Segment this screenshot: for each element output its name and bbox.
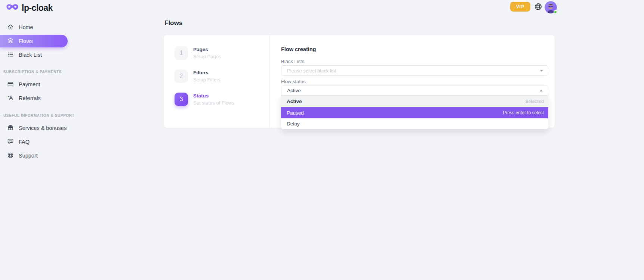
sidebar-item-black-list[interactable]: Black List [0, 49, 68, 61]
option-delay[interactable]: Delay [281, 118, 548, 129]
option-hint: Press enter to select [503, 110, 544, 115]
sidebar-item-label: FAQ [19, 139, 30, 145]
logo-text: lp-cloak [22, 3, 53, 13]
payments-nav: Payment Referrals [0, 78, 68, 106]
black-lists-label: Black Lists [281, 59, 304, 64]
step-number-badge: 1 [175, 46, 188, 60]
credit-card-icon [7, 81, 14, 88]
form-title: Flow creating [281, 46, 316, 52]
logo: lp-cloak [6, 3, 53, 13]
sidebar-item-payment[interactable]: Payment [0, 78, 68, 91]
vip-button[interactable]: VIP [510, 2, 530, 12]
flows-icon [7, 37, 14, 45]
step-title: Status [193, 93, 234, 99]
black-lists-select-input[interactable] [281, 65, 548, 76]
flow-status-select[interactable]: Active [281, 85, 548, 96]
option-active[interactable]: Active Selected [281, 96, 548, 107]
home-icon [7, 24, 14, 31]
lifebuoy-icon [7, 152, 14, 160]
option-label: Paused [287, 110, 304, 116]
option-hint: Selected [526, 99, 544, 104]
sidebar-item-label: Services & bonuses [19, 125, 67, 131]
svg-text:?!: ?! [9, 139, 12, 142]
sidebar-item-label: Referrals [19, 95, 41, 101]
avatar[interactable] [545, 1, 557, 13]
gift-icon [7, 124, 14, 132]
step-number-badge: 2 [175, 69, 188, 83]
section-header-subscription-payments: SUBSCRIPTION & PAYMENTS [0, 70, 68, 74]
step-status[interactable]: 3 Status Set status of Flows [175, 93, 234, 106]
step-subtitle: Setup Pages [193, 54, 221, 59]
section-label: USEFUL INFORMATION & SUPPORT [3, 113, 74, 118]
black-list-icon [7, 51, 14, 59]
step-title: Pages [193, 47, 221, 52]
sidebar-item-label: Payment [19, 81, 40, 87]
sidebar-item-label: Home [19, 24, 33, 30]
mask-logo-icon [6, 3, 19, 13]
black-lists-field [281, 65, 548, 76]
flow-status-label: Flow status [281, 79, 306, 84]
step-subtitle: Setup Filters [193, 77, 221, 83]
sidebar: lp-cloak Home Flows [0, 0, 68, 280]
chevron-down-icon[interactable] [540, 70, 543, 72]
chevron-up-icon[interactable] [540, 90, 543, 91]
flow-creating-card: 1 Pages Setup Pages 2 Filters Setup Filt… [164, 35, 555, 128]
referrals-icon [7, 94, 14, 102]
section-header-useful-info-support: USEFUL INFORMATION & SUPPORT [0, 113, 68, 118]
sidebar-item-support[interactable]: Support [0, 149, 68, 162]
option-paused[interactable]: Paused Press enter to select [281, 107, 548, 118]
sidebar-item-referrals[interactable]: Referrals [0, 92, 68, 105]
sidebar-item-home[interactable]: Home [0, 21, 68, 34]
flow-status-value: Active [287, 88, 301, 93]
sidebar-item-services-bonuses[interactable]: Services & bonuses [0, 122, 68, 134]
sidebar-item-flows[interactable]: Flows [0, 35, 68, 47]
step-filters[interactable]: 2 Filters Setup Filters [175, 69, 221, 83]
flow-status-dropdown-menu: Active Selected Paused Press enter to se… [281, 96, 548, 129]
globe-icon[interactable] [534, 3, 542, 11]
sidebar-item-faq[interactable]: ?! FAQ [0, 136, 68, 148]
step-title: Filters [193, 70, 221, 75]
option-label: Delay [287, 121, 300, 127]
step-subtitle: Set status of Flows [193, 100, 234, 106]
section-label: SUBSCRIPTION & PAYMENTS [3, 70, 62, 74]
step-number-badge: 3 [175, 93, 188, 106]
wizard-steps-panel: 1 Pages Setup Pages 2 Filters Setup Filt… [164, 35, 269, 128]
option-label: Active [287, 99, 302, 104]
sidebar-item-label: Support [19, 153, 38, 159]
sidebar-item-label: Flows [19, 38, 33, 44]
sidebar-item-label: Black List [19, 52, 42, 58]
step-pages[interactable]: 1 Pages Setup Pages [175, 46, 221, 60]
online-status-dot [554, 10, 557, 14]
main-nav: Home Flows Black List [0, 21, 68, 62]
faq-icon: ?! [7, 138, 14, 146]
page-title: Flows [164, 19, 182, 27]
support-nav: Services & bonuses ?! FAQ Support [0, 122, 68, 163]
